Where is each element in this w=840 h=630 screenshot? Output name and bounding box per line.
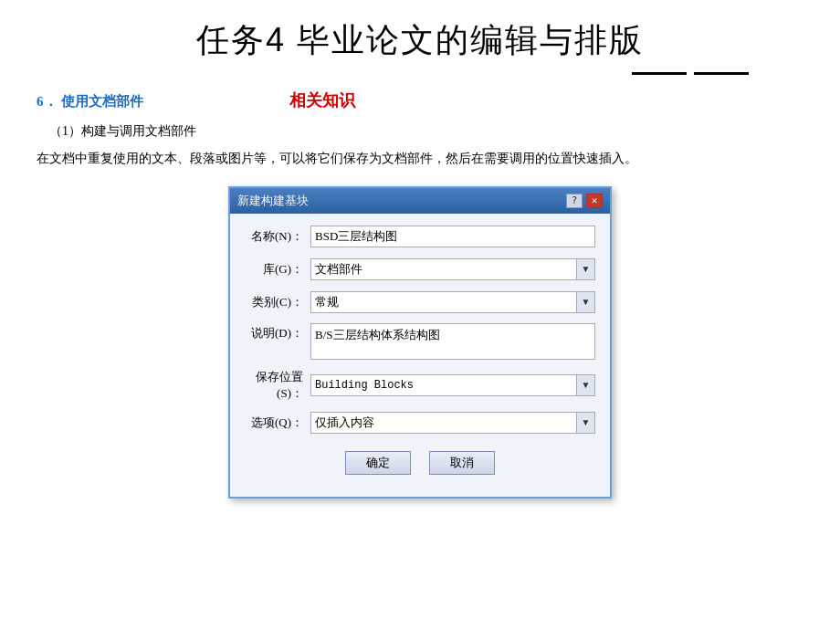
select-save-location-arrow[interactable]: ▼ [577, 374, 595, 396]
select-save-location-wrapper: Building Blocks ▼ [310, 374, 595, 396]
cancel-button[interactable]: 取消 [429, 451, 495, 475]
dialog-buttons: 确定 取消 [245, 444, 595, 486]
select-library-arrow[interactable]: ▼ [577, 258, 595, 280]
dialog-titlebar: 新建构建基块 ? ✕ [230, 188, 610, 214]
help-button[interactable]: ? [566, 194, 583, 208]
page-container: 任务4 毕业论文的编辑与排版 6． 使用文档部件 相关知识 （1）构建与调用文档… [0, 0, 840, 630]
label-save-location: 保存位置(S)： [245, 369, 310, 402]
select-options-value[interactable]: 仅插入内容 [310, 412, 577, 434]
form-row-description: 说明(D)： B/S三层结构体系结构图 [245, 323, 595, 360]
form-row-name: 名称(N)： [245, 225, 595, 248]
dialog-titlebar-controls: ? ✕ [566, 194, 603, 208]
label-description: 说明(D)： [245, 323, 310, 341]
select-category-arrow[interactable]: ▼ [577, 291, 595, 313]
section-number: 6． [37, 93, 58, 110]
form-row-library: 库(G)： 文档部件 ▼ [245, 257, 595, 281]
section-header: 6． 使用文档部件 相关知识 [37, 89, 803, 111]
select-category-value[interactable]: 常规 [310, 291, 577, 313]
main-title: 任务4 毕业论文的编辑与排版 [37, 18, 803, 63]
form-row-category: 类别(C)： 常规 ▼ [245, 290, 595, 314]
form-row-save-location: 保存位置(S)： Building Blocks ▼ [245, 369, 595, 402]
paragraph2: 在文档中重复使用的文本、段落或图片等，可以将它们保存为文档部件，然后在需要调用的… [37, 148, 803, 170]
underline-bar-2 [694, 72, 749, 75]
section-title-left: 使用文档部件 [61, 93, 143, 110]
input-name[interactable] [310, 226, 595, 247]
select-options-arrow[interactable]: ▼ [577, 412, 595, 434]
dialog-box: 新建构建基块 ? ✕ 名称(N)： 库(G)： 文档部件 ▼ [228, 186, 612, 499]
close-button[interactable]: ✕ [586, 194, 603, 208]
label-category: 类别(C)： [245, 294, 310, 310]
title-underline-area [37, 72, 803, 75]
select-category-wrapper: 常规 ▼ [310, 291, 595, 313]
select-options-wrapper: 仅插入内容 ▼ [310, 412, 595, 434]
paragraph1: （1）构建与调用文档部件 [37, 121, 803, 142]
dialog-area: 新建构建基块 ? ✕ 名称(N)： 库(G)： 文档部件 ▼ [37, 186, 803, 499]
textarea-description[interactable]: B/S三层结构体系结构图 [310, 323, 595, 360]
label-name: 名称(N)： [245, 228, 310, 245]
dialog-title-text: 新建构建基块 [237, 193, 309, 209]
section-title-right: 相关知识 [289, 89, 355, 111]
dialog-body: 名称(N)： 库(G)： 文档部件 ▼ 类别(C)： 常规 ▼ [230, 214, 610, 497]
select-library-wrapper: 文档部件 ▼ [310, 258, 595, 280]
select-save-location-value[interactable]: Building Blocks [310, 374, 577, 396]
label-library: 库(G)： [245, 261, 310, 278]
underline-bar-1 [632, 72, 687, 75]
form-row-options: 选项(Q)： 仅插入内容 ▼ [245, 411, 595, 435]
select-library-value[interactable]: 文档部件 [310, 258, 577, 280]
ok-button[interactable]: 确定 [345, 451, 411, 475]
label-options: 选项(Q)： [245, 415, 310, 431]
